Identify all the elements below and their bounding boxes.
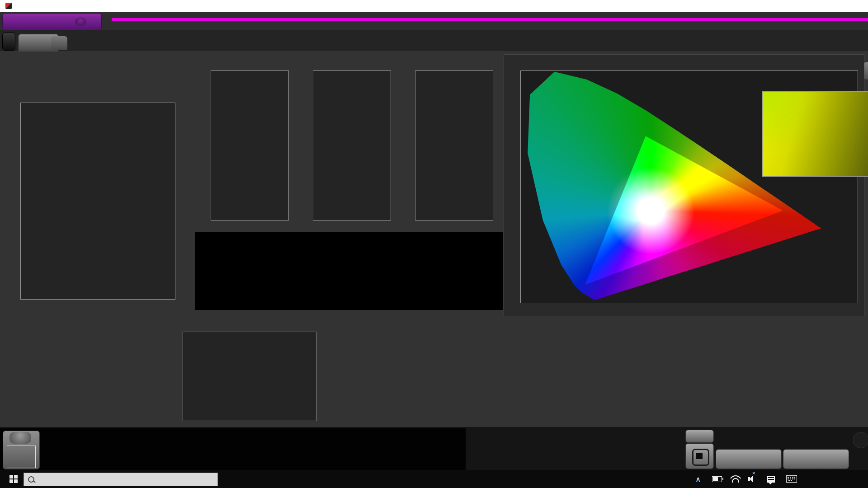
deltae-chart	[20, 103, 175, 300]
cie-chart-panel	[504, 54, 864, 316]
results-table	[332, 324, 636, 417]
pattern-preview-swatch	[7, 446, 36, 468]
taskbar: ∧ ×	[0, 470, 868, 488]
language-indicator[interactable]	[806, 470, 824, 488]
deltac-chart	[313, 70, 391, 221]
pattern-bar-background	[0, 428, 466, 470]
transport-scroll-up-button[interactable]	[685, 430, 714, 443]
deltal-chart	[211, 70, 289, 221]
pattern-window-icon	[692, 449, 709, 466]
wifi-icon[interactable]	[730, 470, 741, 488]
cie-y-axis	[504, 70, 519, 302]
tray-chevron-up-icon[interactable]: ∧	[693, 470, 703, 488]
rgb-balance-chart	[183, 332, 316, 421]
minimize-button[interactable]	[793, 0, 815, 12]
start-button[interactable]	[5, 470, 23, 488]
app-logo-icon	[5, 3, 12, 9]
tab-scroll-button[interactable]	[2, 33, 15, 51]
accent-divider	[112, 18, 868, 21]
taskbar-clock[interactable]	[833, 470, 867, 488]
deltah-chart	[415, 70, 493, 221]
maximize-button[interactable]	[818, 0, 841, 12]
actual-target-swatch-strip	[195, 232, 503, 310]
next-button[interactable]	[783, 449, 849, 469]
studio-menu-button[interactable]	[2, 13, 102, 30]
deltae-x-axis	[20, 300, 175, 310]
transport-disabled-indicator	[853, 432, 868, 448]
cie-zoom-inset	[762, 91, 868, 177]
volume-muted-icon[interactable]: ×	[746, 470, 760, 488]
search-icon	[28, 476, 34, 483]
title-bar	[0, 0, 868, 12]
cie-chart	[520, 70, 858, 303]
close-button[interactable]	[844, 0, 867, 12]
logo-bar	[0, 12, 868, 30]
calman-app-window: ∧ ×	[0, 0, 868, 488]
add-tab-button[interactable]	[51, 36, 67, 50]
pattern-scroll-up-button[interactable]	[9, 432, 31, 444]
taskbar-search-input[interactable]	[24, 473, 218, 486]
action-center-icon[interactable]	[765, 470, 777, 488]
battery-icon[interactable]	[711, 470, 723, 488]
deltae-group-labels	[0, 103, 18, 299]
tab-strip	[0, 30, 868, 51]
cie-x-axis	[520, 304, 857, 313]
pattern-window-button[interactable]	[685, 443, 714, 469]
studio-menu-dropdown-icon	[75, 17, 86, 26]
windows-logo-icon	[9, 475, 18, 483]
back-button[interactable]	[716, 449, 782, 469]
pattern-side-panel	[3, 431, 40, 469]
keyboard-icon[interactable]	[785, 470, 798, 488]
